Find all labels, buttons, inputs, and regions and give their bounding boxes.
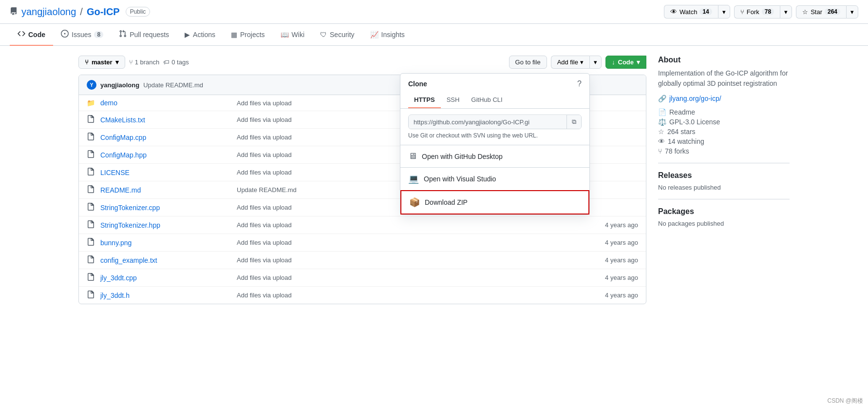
packages-empty: No packages published: [658, 220, 790, 227]
star-count: 264: [825, 8, 840, 15]
tab-wiki-label: Wiki: [292, 31, 304, 39]
tag-icon: 🏷: [163, 59, 170, 66]
fork-chevron[interactable]: ▾: [780, 5, 792, 19]
tag-count: 0 tags: [171, 59, 189, 66]
star-icon: ☆: [802, 8, 808, 16]
file-name-link[interactable]: jly_3ddt.h: [100, 292, 233, 299]
file-name-link[interactable]: StringTokenizer.cpp: [100, 204, 233, 212]
code-icon: [18, 30, 25, 39]
file-name-link[interactable]: bunny.png: [100, 239, 233, 247]
about-link-text: jlyang.org/go-icp/: [669, 95, 721, 102]
branch-select-button[interactable]: ⑂ master ▾: [78, 56, 125, 69]
watch-chevron[interactable]: ▾: [718, 5, 730, 19]
fork-icon: ⑂: [740, 8, 744, 16]
fork-label: Fork: [747, 8, 759, 16]
tab-insights[interactable]: 📈 Insights: [362, 25, 413, 45]
commit-author-link[interactable]: yangjiaolong: [100, 81, 139, 89]
tab-code-label: Code: [28, 31, 45, 39]
file-message: Add files via upload: [233, 256, 506, 264]
clone-tab-cli[interactable]: GitHub CLI: [465, 92, 508, 108]
tab-projects-label: Projects: [240, 31, 265, 39]
repo-owner-link[interactable]: yangjiaolong: [21, 6, 76, 18]
branch-fork-icon: ⑂: [129, 59, 133, 66]
watching-label: 14 watching: [668, 137, 704, 145]
table-row[interactable]: jly_3ddt.cpp Add files via upload 4 year…: [79, 269, 646, 287]
tab-pullrequests[interactable]: Pull requests: [111, 24, 177, 46]
clone-dropdown: Clone ? HTTPS SSH GitHub CLI https://git…: [400, 73, 590, 215]
star-chevron[interactable]: ▾: [846, 5, 858, 19]
download-zip-option[interactable]: 📦 Download ZIP: [400, 190, 589, 215]
table-row[interactable]: jly_3ddt.h Add files via upload 4 years …: [79, 287, 646, 304]
tab-projects[interactable]: ▦ Projects: [223, 25, 273, 45]
file-time: 4 years ago: [506, 292, 638, 299]
file-name-link[interactable]: StringTokenizer.hpp: [100, 221, 233, 229]
clone-tab-ssh[interactable]: SSH: [441, 92, 466, 108]
file-message: Add files via upload: [233, 292, 506, 299]
file-name-link[interactable]: CMakeLists.txt: [100, 116, 233, 124]
file-icon: [87, 255, 96, 265]
add-file-chevron-button[interactable]: ▾: [589, 56, 602, 69]
clone-tab-https[interactable]: HTTPS: [408, 92, 441, 108]
visibility-badge: Public: [126, 7, 151, 17]
releases-empty: No releases published: [658, 184, 790, 191]
file-name-link[interactable]: config_example.txt: [100, 256, 233, 264]
tab-code[interactable]: Code: [10, 24, 53, 46]
forks-stat: ⑂ 78 forks: [658, 147, 790, 155]
readme-label: Readme: [669, 108, 695, 116]
file-icon: [87, 291, 96, 300]
file-icon: [87, 273, 96, 282]
open-visual-studio-option[interactable]: 💻 Open with Visual Studio: [400, 167, 589, 190]
code-button-label: Code: [618, 59, 634, 66]
folder-icon: 📁: [87, 99, 96, 107]
clone-url-section: https://github.com/yangjiaolong/Go-ICP.g…: [400, 109, 589, 145]
open-visual-studio-label: Open with Visual Studio: [424, 175, 496, 183]
file-name-link[interactable]: demo: [100, 99, 233, 107]
watching-icon: 👁: [658, 137, 665, 145]
file-name-link[interactable]: ConfigMap.hpp: [100, 151, 233, 159]
tab-actions[interactable]: ▶ Actions: [177, 25, 223, 45]
file-icon: [87, 150, 96, 159]
file-icon: [87, 185, 96, 195]
file-name-link[interactable]: ConfigMap.cpp: [100, 134, 233, 141]
clone-help-icon[interactable]: ?: [577, 79, 582, 88]
about-link[interactable]: 🔗 jlyang.org/go-icp/: [658, 95, 790, 102]
insights-icon: 📈: [370, 31, 378, 39]
watch-button[interactable]: 👁 Watch 14: [664, 5, 718, 19]
file-name-link[interactable]: README.md: [100, 186, 233, 194]
fork-button[interactable]: ⑂ Fork 78: [734, 5, 780, 19]
tag-count-link[interactable]: 🏷 0 tags: [163, 59, 189, 66]
branch-icon: ⑂: [85, 59, 89, 66]
tab-issues[interactable]: Issues 8: [53, 24, 111, 46]
code-chevron-icon: ▾: [637, 59, 640, 66]
open-github-desktop-option[interactable]: 🖥 Open with GitHub Desktop: [400, 145, 589, 167]
fork-button-group[interactable]: ⑂ Fork 78 ▾: [734, 5, 792, 19]
star-button[interactable]: ☆ Star 264: [796, 5, 846, 19]
file-icon: [87, 133, 96, 142]
clone-copy-button[interactable]: ⧉: [566, 115, 581, 129]
go-to-file-button[interactable]: Go to file: [509, 56, 547, 69]
watch-button-group[interactable]: 👁 Watch 14 ▾: [664, 5, 730, 19]
branch-count-link[interactable]: ⑂ 1 branch: [129, 59, 160, 66]
pullrequest-icon: [119, 30, 127, 39]
watch-count: 14: [699, 8, 712, 15]
file-message: Add files via upload: [233, 221, 506, 229]
tab-wiki[interactable]: 📖 Wiki: [273, 25, 312, 45]
repo-name-link[interactable]: Go-ICP: [87, 6, 120, 18]
file-name-link[interactable]: jly_3ddt.cpp: [100, 274, 233, 282]
clone-hint: Use Git or checkout with SVN using the w…: [408, 132, 582, 139]
add-file-label: Add file: [557, 59, 578, 66]
link-icon: 🔗: [658, 95, 666, 102]
table-row[interactable]: config_example.txt Add files via upload …: [79, 252, 646, 269]
commit-avatar: Y: [87, 80, 96, 90]
code-arrow-icon: ↓: [612, 59, 615, 66]
tab-security[interactable]: 🛡 Security: [312, 25, 362, 45]
star-button-group[interactable]: ☆ Star 264 ▾: [796, 5, 858, 19]
add-file-button[interactable]: Add file ▾: [551, 56, 589, 69]
code-button[interactable]: ↓ Code ▾: [605, 56, 646, 69]
table-row[interactable]: StringTokenizer.hpp Add files via upload…: [79, 216, 646, 234]
security-icon: 🛡: [320, 31, 327, 39]
table-row[interactable]: bunny.png Add files via upload 4 years a…: [79, 234, 646, 252]
file-name-link[interactable]: LICENSE: [100, 169, 233, 176]
clone-title: Clone: [408, 80, 427, 88]
copy-icon: ⧉: [572, 118, 576, 125]
